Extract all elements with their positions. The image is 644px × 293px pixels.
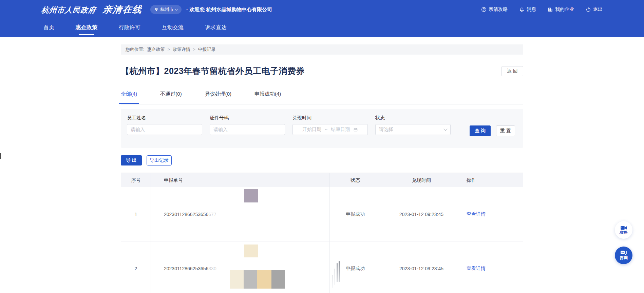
order-number-faded: 330 <box>208 266 216 271</box>
redacted-block <box>244 245 258 257</box>
calendar-icon <box>353 127 358 132</box>
welcome-text: · 欢迎您 杭州水晶城购物中心有限公司 <box>186 6 272 13</box>
row-index: 2 <box>121 241 151 293</box>
breadcrumb-item-application-records: 申报记录 <box>198 46 216 53</box>
guide-float-label: 攻略 <box>620 230 628 235</box>
view-detail-link[interactable]: 查看详情 <box>467 266 486 272</box>
messages-link-label: 消息 <box>527 6 536 13</box>
redacted-block <box>271 270 285 289</box>
col-header-index: 序号 <box>121 173 151 187</box>
application-records-table: 序号 申报单号 状态 兑现时间 操作 1 2023011286625365667… <box>121 173 523 293</box>
status-label: 状态 <box>375 115 451 121</box>
order-number-faded: 677 <box>208 212 216 217</box>
id-number-label: 证件号码 <box>210 115 285 121</box>
region-selector[interactable]: 杭州市 <box>150 5 182 14</box>
blur-artifact <box>339 261 340 282</box>
id-number-input[interactable] <box>213 127 281 132</box>
col-header-redeem-time: 兑现时间 <box>381 173 462 187</box>
date-range-separator: ~ <box>325 127 327 132</box>
start-date-placeholder: 开始日期 <box>302 126 321 133</box>
bell-icon <box>519 7 525 12</box>
end-date-placeholder: 结束日期 <box>331 126 350 133</box>
order-number-visible: 20230112866253656 <box>164 266 208 271</box>
nav-item-home[interactable]: 首页 <box>43 19 54 37</box>
breadcrumb-prefix: 您的位置: <box>126 46 145 53</box>
id-number-field: 证件号码 <box>210 115 285 148</box>
redacted-block <box>244 189 258 202</box>
guide-link[interactable]: 亲清攻略 <box>481 6 508 13</box>
breadcrumb-item-policy[interactable]: 惠企政策 <box>147 46 165 53</box>
redacted-block <box>257 270 271 289</box>
consult-float-label: 咨询 <box>620 256 628 260</box>
row-status: 申报成功 <box>330 187 381 241</box>
redacted-block <box>244 270 257 289</box>
breadcrumb-item-policy-detail[interactable]: 政策详情 <box>173 46 190 53</box>
col-header-order-number: 申报单号 <box>151 173 330 187</box>
chat-bubble-icon <box>620 251 627 256</box>
tab-rejected[interactable]: 不通过(0) <box>160 91 182 104</box>
video-camera-icon <box>621 226 627 230</box>
back-button[interactable]: 返 回 <box>501 66 523 76</box>
row-action: 查看详情 <box>462 187 523 241</box>
date-range-picker[interactable]: 开始日期 ~ 结束日期 <box>292 124 368 135</box>
power-icon <box>586 7 591 12</box>
blur-artifact <box>335 269 335 285</box>
site-logo: 杭州市人民政府 亲清在线 <box>41 3 142 16</box>
row-order-number: 20230112866253656677 <box>151 187 330 241</box>
col-header-action: 操作 <box>462 173 523 187</box>
status-select-placeholder: 请选择 <box>379 126 393 133</box>
logo-government-text: 杭州市人民政府 <box>41 5 96 15</box>
row-index: 1 <box>121 187 151 241</box>
page-title: 【杭州市】2023年春节留杭省外员工电子消费券 <box>121 65 305 77</box>
edge-artifact <box>0 153 1 159</box>
export-records-button[interactable]: 导出记录 <box>147 155 172 165</box>
logout-link[interactable]: 退出 <box>586 6 603 13</box>
employee-name-field: 员工姓名 <box>127 115 202 148</box>
my-enterprise-link-label: 我的企业 <box>555 6 574 13</box>
tab-success[interactable]: 申报成功(4) <box>254 91 281 104</box>
breadcrumb-separator: > <box>168 47 170 52</box>
status-select[interactable]: 请选择 <box>375 124 451 135</box>
guide-float-button[interactable]: 攻略 <box>615 221 632 239</box>
blur-artifact <box>337 263 338 282</box>
nav-item-interaction[interactable]: 互动交流 <box>162 19 184 37</box>
export-button[interactable]: 导 出 <box>121 155 142 165</box>
nav-item-appeal[interactable]: 诉求直达 <box>205 19 227 37</box>
question-circle-icon <box>481 7 487 12</box>
guide-link-label: 亲清攻略 <box>489 6 508 13</box>
consult-float-button[interactable]: 咨询 <box>615 247 632 264</box>
region-label: 杭州市 <box>160 6 173 13</box>
tab-all[interactable]: 全部(4) <box>121 91 137 104</box>
chevron-down-icon <box>175 7 178 11</box>
row-redeem-time: 2023-01-12 09:23:45 <box>381 241 462 293</box>
main-content: 您的位置: 惠企政策 > 政策详情 > 申报记录 【杭州市】2023年春节留杭省… <box>121 44 523 293</box>
status-tabs: 全部(4) 不通过(0) 异议处理(0) 申报成功(4) <box>121 91 523 104</box>
header-quick-links: 亲清攻略 消息 我的企业 退出 <box>481 6 603 13</box>
location-pin-icon <box>154 7 158 12</box>
blur-artifact <box>333 275 333 288</box>
chevron-down-icon <box>443 127 447 131</box>
status-field: 状态 请选择 <box>375 115 451 148</box>
messages-link[interactable]: 消息 <box>519 6 536 13</box>
nav-item-enterprise-policy[interactable]: 惠企政策 <box>76 19 97 37</box>
my-enterprise-link[interactable]: 我的企业 <box>548 6 574 13</box>
site-header: 杭州市人民政府 亲清在线 杭州市 · 欢迎您 杭州水晶城购物中心有限公司 亲清攻… <box>0 0 644 37</box>
view-detail-link[interactable]: 查看详情 <box>467 211 486 217</box>
nav-item-administrative-license[interactable]: 行政许可 <box>119 19 140 37</box>
order-number-visible: 20230112866253656 <box>164 212 208 217</box>
main-nav: 首页 惠企政策 行政许可 互动交流 诉求直达 <box>0 19 644 37</box>
filter-panel: 员工姓名 证件号码 兑现时间 开始日期 ~ 结束日期 状态 <box>121 109 523 148</box>
breadcrumb: 您的位置: 惠企政策 > 政策详情 > 申报记录 <box>121 44 523 55</box>
row-redeem-time: 2023-01-12 09:23:45 <box>381 187 462 241</box>
employee-name-label: 员工姓名 <box>127 115 202 121</box>
search-button[interactable]: 查 询 <box>470 125 491 136</box>
redeem-time-label: 兑现时间 <box>292 115 368 121</box>
redacted-block <box>230 270 244 289</box>
reset-button[interactable]: 重 置 <box>496 125 515 136</box>
breadcrumb-separator: > <box>193 47 195 52</box>
logout-link-label: 退出 <box>593 6 603 13</box>
employee-name-input[interactable] <box>131 127 198 132</box>
col-header-status: 状态 <box>330 173 381 187</box>
redeem-time-field: 兑现时间 开始日期 ~ 结束日期 <box>292 115 368 148</box>
tab-dispute[interactable]: 异议处理(0) <box>205 91 231 104</box>
